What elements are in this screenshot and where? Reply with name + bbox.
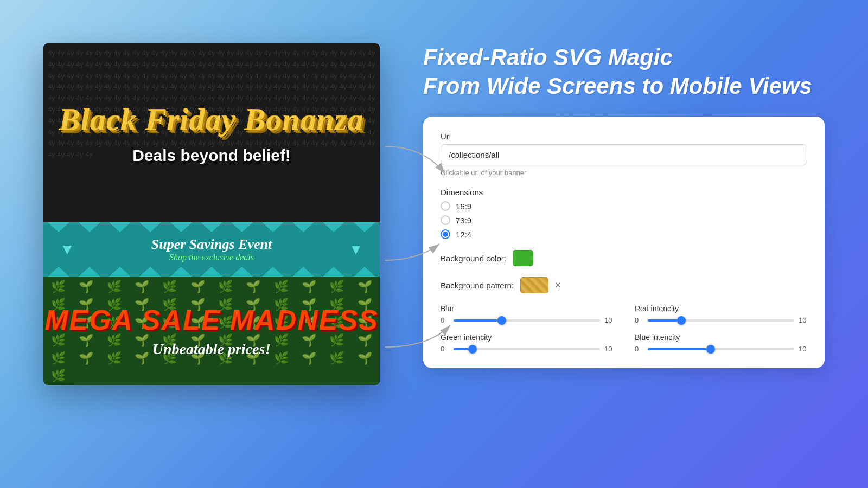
triangle-icon <box>79 267 100 277</box>
blur-track <box>454 319 600 322</box>
bg-color-row: Background color: <box>441 250 807 266</box>
red-thumb[interactable] <box>677 316 686 325</box>
bf-subtitle: Deals beyond belief! <box>59 146 363 165</box>
banner-mega-sale[interactable]: 🌿 🌱 🌿 🌱 🌿 🌱 🌿 🌱 🌿 🌱 🌿 🌱 🌿 🌱 🌿 🌱 🌿 🌱 🌿 <box>43 277 380 385</box>
blur-fill <box>454 319 497 322</box>
radio-12-4[interactable]: 12:4 <box>441 229 807 239</box>
triangle-icon <box>48 267 69 277</box>
blur-thumb[interactable] <box>497 316 506 325</box>
banner-black-friday[interactable]: 4y 4y 4y 4y 4y 4y 4y 4y 4y 4y 4y 4y 4y 4… <box>43 43 380 222</box>
ss-triangles-bottom <box>43 267 380 277</box>
triangle-icon <box>109 222 131 232</box>
blur-label: Blur <box>441 304 613 313</box>
blur-slider-row: 0 10 <box>441 316 613 324</box>
ss-content: Super Savings Event Shop the exclusive d… <box>151 236 272 262</box>
triangle-icon <box>139 222 161 232</box>
bg-pattern-row: Background pattern: × <box>441 277 807 293</box>
green-track <box>454 348 600 350</box>
plant-icon: 🌱 <box>73 279 99 294</box>
radio-circle-16-9 <box>441 201 450 211</box>
blur-max: 10 <box>604 316 613 324</box>
plant-icon: 🌱 <box>129 279 155 294</box>
plant-icon: 🌱 <box>240 279 266 294</box>
red-slider-group: Red intencity 0 10 <box>635 304 807 324</box>
triangle-icon <box>109 267 131 277</box>
banners-column: 4y 4y 4y 4y 4y 4y 4y 4y 4y 4y 4y 4y 4y 4… <box>43 43 380 385</box>
bg-color-label: Background color: <box>441 254 506 263</box>
green-fill <box>454 348 468 350</box>
triangle-icon <box>262 267 284 277</box>
ss-subtitle: Shop the exclusive deals <box>151 253 272 262</box>
triangle-icon <box>201 267 222 277</box>
triangle-icon <box>292 267 314 277</box>
green-thumb[interactable] <box>468 345 477 354</box>
url-hint: Clickable url of your banner <box>441 169 807 177</box>
red-slider-row: 0 10 <box>635 316 807 324</box>
dimensions-group: Dimensions 16:9 73:9 12:4 <box>441 188 807 239</box>
bg-color-swatch[interactable] <box>513 250 533 266</box>
radio-label-12-4: 12:4 <box>456 230 471 239</box>
right-column: Fixed-Ratio SVG Magic From Wide Screens … <box>423 43 825 368</box>
blue-fill <box>648 348 706 350</box>
control-panel: Url Clickable url of your banner Dimensi… <box>423 117 825 368</box>
triangle-icon <box>231 267 253 277</box>
blue-min: 0 <box>635 345 643 353</box>
radio-label-16-9: 16:9 <box>456 202 471 211</box>
plant-icon: 🌿 <box>213 279 238 294</box>
ms-content: MEGA SALE MADNESS Unbeatable prices! <box>44 304 379 358</box>
bf-title: Black Friday Bonanza <box>59 101 363 138</box>
ss-title: Super Savings Event <box>151 236 272 253</box>
radio-73-9[interactable]: 73:9 <box>441 215 807 225</box>
triangle-icon <box>323 222 344 232</box>
ss-triangles-top <box>43 222 380 232</box>
remove-pattern-button[interactable]: × <box>555 280 561 290</box>
triangle-icon <box>170 267 192 277</box>
triangle-icon <box>48 222 69 232</box>
red-fill <box>648 319 677 322</box>
radio-circle-73-9 <box>441 215 450 225</box>
green-min: 0 <box>441 345 449 353</box>
green-max: 10 <box>604 345 613 353</box>
green-label: Green intencity <box>441 333 613 342</box>
green-slider-group: Green intencity 0 10 <box>441 333 613 353</box>
triangle-icon <box>262 222 284 232</box>
blue-max: 10 <box>799 345 807 353</box>
blur-min: 0 <box>441 316 449 324</box>
plant-icon: 🌱 <box>352 279 378 294</box>
red-min: 0 <box>635 316 643 324</box>
url-label: Url <box>441 132 807 141</box>
triangle-icon <box>354 222 375 232</box>
red-label: Red intencity <box>635 304 807 313</box>
triangle-icon <box>170 222 192 232</box>
ms-title: MEGA SALE MADNESS <box>44 304 379 336</box>
plant-icon: 🌱 <box>185 279 210 294</box>
ss-left-arrow-icon: ▼ <box>60 241 75 258</box>
plant-icon: 🌱 <box>296 279 322 294</box>
plant-icon: 🌿 <box>46 369 71 383</box>
blue-slider-row: 0 10 <box>635 345 807 353</box>
dimensions-label: Dimensions <box>441 188 807 197</box>
blue-slider-group: Blue intencity 0 10 <box>635 333 807 353</box>
triangle-icon <box>323 267 344 277</box>
plant-icon: 🌿 <box>269 279 294 294</box>
banner-super-savings[interactable]: ▼ Super Savings Event Shop the exclusive… <box>43 222 380 277</box>
red-track <box>648 319 794 322</box>
hero-title: Fixed-Ratio SVG Magic From Wide Screens … <box>423 43 825 100</box>
bg-pattern-label: Background pattern: <box>441 281 514 290</box>
blur-slider-group: Blur 0 10 <box>441 304 613 324</box>
blue-label: Blue intencity <box>635 333 807 342</box>
red-max: 10 <box>799 316 807 324</box>
bg-pattern-swatch[interactable] <box>520 277 548 293</box>
plant-icon: 🌿 <box>46 279 71 294</box>
plant-icon: 🌿 <box>324 279 349 294</box>
triangle-icon <box>79 222 100 232</box>
triangle-icon <box>201 222 222 232</box>
green-slider-row: 0 10 <box>441 345 613 353</box>
triangle-icon <box>354 267 375 277</box>
radio-label-73-9: 73:9 <box>456 216 471 225</box>
plant-icon: 🌿 <box>157 279 182 294</box>
url-input[interactable] <box>441 144 807 165</box>
ss-right-arrow-icon: ▼ <box>348 241 363 258</box>
radio-16-9[interactable]: 16:9 <box>441 201 807 211</box>
blue-thumb[interactable] <box>706 345 715 354</box>
